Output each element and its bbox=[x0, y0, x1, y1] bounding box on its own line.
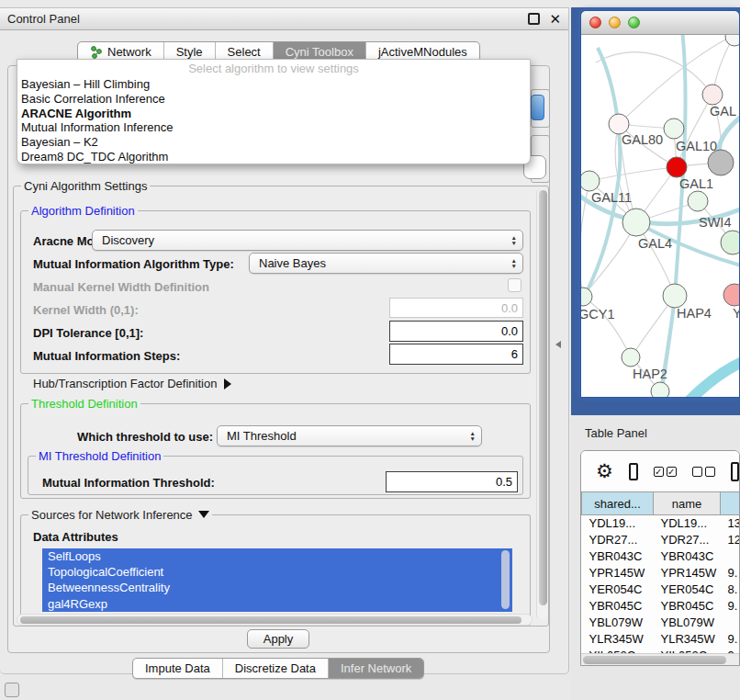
table-cell[interactable]: YBR045C bbox=[654, 598, 721, 615]
table-cell[interactable]: 13 bbox=[721, 515, 740, 532]
network-node-hap2[interactable] bbox=[622, 348, 640, 367]
refresh-button-partial[interactable] bbox=[531, 95, 544, 120]
splitter-collapse-icon[interactable] bbox=[555, 341, 561, 348]
mi-steps-field[interactable]: 6 bbox=[389, 344, 523, 365]
table-cell[interactable]: YDR27... bbox=[654, 532, 721, 548]
gear-icon[interactable]: ⚙ bbox=[596, 462, 613, 480]
dpi-tolerance-field[interactable]: 0.0 bbox=[389, 321, 523, 342]
hub-transcription-factor-section[interactable]: Hub/Transcription Factor Definition bbox=[33, 377, 231, 390]
collapse-arrow-icon[interactable] bbox=[198, 511, 209, 518]
table-cell[interactable]: YDL19... bbox=[582, 515, 654, 532]
tab-impute-data[interactable]: Impute Data bbox=[133, 659, 223, 678]
split-columns-icon[interactable] bbox=[629, 463, 638, 480]
network-window-titlebar[interactable] bbox=[581, 11, 739, 35]
sources-group-title[interactable]: Sources for Network Inference bbox=[28, 508, 212, 522]
column-header-name[interactable]: name bbox=[654, 492, 721, 515]
column-header-shared[interactable]: shared... bbox=[582, 492, 654, 515]
settings-horizontal-scrollbar[interactable] bbox=[17, 614, 533, 626]
table-cell[interactable]: YLR345W bbox=[654, 631, 721, 648]
close-window-icon[interactable] bbox=[589, 17, 601, 28]
network-node-gal4[interactable] bbox=[622, 209, 650, 236]
network-edge-highlighted[interactable] bbox=[660, 35, 686, 398]
table-cell[interactable]: YBL079W bbox=[582, 615, 654, 631]
network-node-gal1[interactable] bbox=[667, 157, 687, 177]
mi-threshold-field[interactable]: 0.5 bbox=[386, 471, 518, 492]
which-threshold-combo[interactable]: MI Threshold ▲▼ bbox=[217, 425, 482, 446]
table-cell[interactable]: YDL19... bbox=[654, 515, 721, 532]
table-cell[interactable]: YER054C bbox=[654, 581, 721, 598]
network-node[interactable] bbox=[708, 150, 734, 175]
network-node[interactable] bbox=[721, 231, 739, 254]
network-node[interactable] bbox=[725, 35, 739, 46]
mi-algorithm-type-combo[interactable]: Naive Bayes ▲▼ bbox=[249, 253, 523, 274]
maximize-window-icon[interactable] bbox=[628, 17, 640, 28]
network-node-y[interactable] bbox=[723, 284, 739, 306]
attributes-list-scrollbar[interactable] bbox=[501, 550, 510, 609]
kernel-width-field[interactable]: 0.0 bbox=[389, 298, 523, 318]
apply-button[interactable]: Apply bbox=[247, 629, 309, 649]
network-edge[interactable] bbox=[583, 297, 631, 357]
close-panel-icon[interactable]: ✕ bbox=[549, 13, 561, 25]
table-row[interactable]: YBL079WYBL079W bbox=[582, 615, 740, 631]
deselect-all-columns-icon[interactable] bbox=[692, 467, 715, 477]
table-cell[interactable] bbox=[721, 615, 740, 631]
node-attribute-table[interactable]: shared...nameA YDL19...YDL19...13YDR27..… bbox=[581, 491, 740, 664]
algorithm-option[interactable]: Dream8 DC_TDC Algorithm bbox=[17, 150, 530, 164]
algorithm-option[interactable]: Mutual Information Inference bbox=[17, 120, 530, 135]
data-attributes-list[interactable]: SelfLoopsTopologicalCoefficientBetweenne… bbox=[42, 548, 512, 612]
table-row[interactable]: YLR345WYLR345W9. bbox=[582, 631, 740, 648]
network-node-gal11[interactable] bbox=[581, 171, 600, 191]
table-cell[interactable]: YBR045C bbox=[582, 598, 654, 615]
table-cell[interactable]: YBR043C bbox=[582, 548, 654, 565]
manual-kernel-width-checkbox[interactable] bbox=[508, 278, 521, 292]
column-header-a[interactable]: A bbox=[721, 492, 740, 515]
minimize-window-icon[interactable] bbox=[609, 17, 621, 28]
table-cell[interactable] bbox=[721, 548, 740, 565]
network-node[interactable] bbox=[651, 382, 669, 398]
table-horizontal-scrollbar[interactable] bbox=[581, 653, 739, 665]
network-view-window[interactable]: GALGAL80GAL10GAL1GAL11SWI4GAL4GCY1HAP4YH… bbox=[580, 10, 740, 398]
table-cell[interactable]: YPR145W bbox=[582, 565, 654, 581]
table-cell[interactable]: YPR145W bbox=[654, 565, 721, 581]
network-node-gal80[interactable] bbox=[609, 114, 629, 134]
algorithm-option[interactable]: Bayesian – Hill Climbing bbox=[17, 77, 530, 92]
network-node-swi4[interactable] bbox=[688, 191, 708, 211]
data-attribute-item[interactable]: SelfLoops bbox=[42, 548, 512, 564]
network-node-gal10[interactable] bbox=[664, 119, 684, 139]
table-cell[interactable]: 9. bbox=[721, 598, 740, 615]
network-node-hap4[interactable] bbox=[663, 284, 687, 308]
table-cell[interactable]: YBL079W bbox=[654, 615, 721, 631]
table-row[interactable]: YDR27...YDR27...12 bbox=[582, 532, 740, 548]
export-table-icon[interactable] bbox=[731, 462, 739, 481]
expand-arrow-icon[interactable] bbox=[224, 378, 231, 390]
table-cell[interactable]: 9. bbox=[721, 631, 740, 648]
table-row[interactable]: YBR043CYBR043C bbox=[582, 548, 740, 565]
network-node-gcy1[interactable] bbox=[581, 288, 592, 306]
minimized-panel-button[interactable] bbox=[5, 683, 19, 697]
settings-vertical-scrollbar[interactable] bbox=[536, 188, 548, 620]
float-panel-icon[interactable] bbox=[528, 13, 540, 25]
network-canvas[interactable]: GALGAL80GAL10GAL1GAL11SWI4GAL4GCY1HAP4YH… bbox=[581, 35, 739, 398]
tab-infer-network[interactable]: Infer Network bbox=[329, 659, 423, 678]
table-cell[interactable]: 8. bbox=[721, 581, 740, 598]
table-cell[interactable]: 9. bbox=[721, 565, 740, 581]
network-edge[interactable] bbox=[589, 167, 677, 181]
algorithm-option[interactable]: Bayesian – K2 bbox=[17, 135, 530, 150]
table-row[interactable]: YER054CYER054C8. bbox=[582, 581, 740, 598]
algorithm-option[interactable]: ARACNE Algorithm bbox=[17, 107, 530, 121]
network-edge-highlighted[interactable] bbox=[690, 360, 739, 398]
table-cell[interactable]: YBR043C bbox=[654, 548, 721, 565]
algorithm-option[interactable]: Basic Correlation Inference bbox=[17, 92, 530, 107]
table-cell[interactable]: YDR27... bbox=[582, 532, 654, 548]
table-row[interactable]: YBR045CYBR045C9. bbox=[582, 598, 740, 615]
data-attribute-item[interactable]: BetweennessCentrality bbox=[42, 580, 512, 595]
data-attribute-item[interactable]: TopologicalCoefficient bbox=[42, 564, 512, 580]
table-cell[interactable]: YLR345W bbox=[582, 631, 654, 648]
data-attribute-item[interactable]: gal4RGexp bbox=[42, 596, 512, 612]
aracne-mode-combo[interactable]: Discovery ▲▼ bbox=[92, 230, 523, 251]
network-node-gal[interactable] bbox=[702, 85, 723, 105]
table-row[interactable]: YDL19...YDL19...13 bbox=[582, 515, 740, 532]
select-all-columns-icon[interactable]: ✓✓ bbox=[654, 467, 677, 477]
table-row[interactable]: YPR145WYPR145W9. bbox=[582, 565, 740, 581]
table-cell[interactable]: 12 bbox=[721, 532, 740, 548]
